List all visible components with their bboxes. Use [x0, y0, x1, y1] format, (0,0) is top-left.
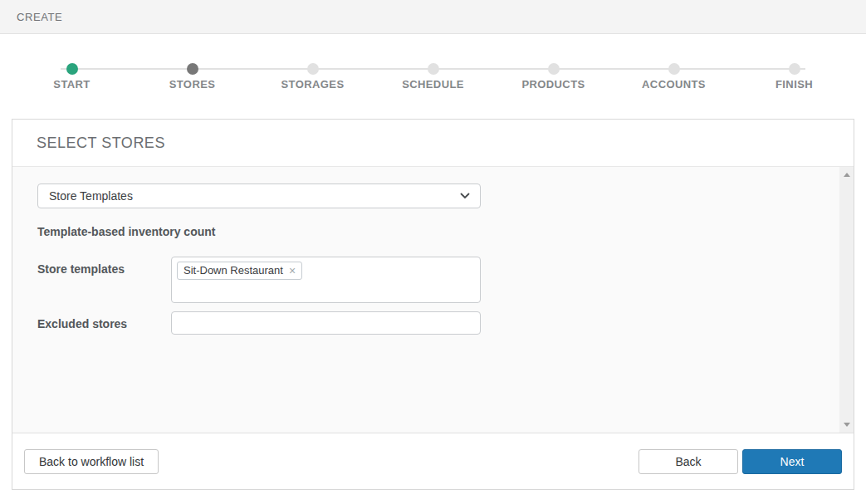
chip-remove-icon[interactable]: ×: [289, 265, 296, 276]
select-value: Store Templates: [49, 189, 133, 203]
step-dot-pending-icon: [789, 63, 800, 75]
step-label: PRODUCTS: [521, 78, 585, 91]
store-templates-row: Store templates Sit-Down Restaurant ×: [37, 257, 815, 303]
step-start[interactable]: START: [12, 63, 132, 91]
back-to-workflow-list-button[interactable]: Back to workflow list: [24, 449, 159, 474]
scroll-down-icon[interactable]: [844, 423, 850, 427]
scrollbar[interactable]: [839, 167, 854, 433]
store-templates-label: Store templates: [37, 257, 171, 303]
step-dot-pending-icon: [307, 63, 319, 75]
step-label: STORAGES: [281, 78, 345, 91]
panel-header: SELECT STORES: [12, 120, 854, 167]
step-schedule[interactable]: SCHEDULE: [373, 63, 493, 91]
page-title: CREATE: [17, 11, 62, 23]
store-selection-mode-select[interactable]: Store Templates: [37, 183, 481, 208]
select-stores-panel: SELECT STORES Store Templates Template-b…: [12, 119, 854, 490]
excluded-stores-input[interactable]: [171, 311, 481, 335]
panel-title: SELECT STORES: [37, 135, 165, 152]
step-dot-pending-icon: [548, 63, 560, 75]
excluded-stores-row: Excluded stores: [37, 311, 815, 335]
step-dot-pending-icon: [668, 63, 680, 75]
chip-label: Sit-Down Restaurant: [183, 264, 283, 276]
step-label: ACCOUNTS: [642, 78, 706, 91]
scroll-up-icon[interactable]: [844, 173, 850, 177]
step-label: START: [53, 78, 90, 91]
step-dot-active-icon: [187, 63, 198, 75]
step-finish[interactable]: FINISH: [734, 63, 854, 91]
step-dot-completed-icon: [66, 63, 78, 75]
panel-body: Store Templates Template-based inventory…: [12, 167, 854, 433]
step-products[interactable]: PRODUCTS: [493, 63, 614, 91]
wizard-stepper: START STORES STORAGES SCHEDULE PRODUCTS …: [12, 34, 854, 119]
step-label: SCHEDULE: [402, 78, 464, 91]
section-heading: Template-based inventory count: [37, 225, 815, 238]
step-accounts[interactable]: ACCOUNTS: [614, 63, 734, 91]
step-label: FINISH: [775, 78, 813, 91]
store-template-chip: Sit-Down Restaurant ×: [177, 262, 302, 280]
step-label: STORES: [169, 78, 216, 91]
top-bar: CREATE: [0, 0, 866, 34]
store-templates-input[interactable]: Sit-Down Restaurant ×: [171, 257, 481, 303]
excluded-stores-label: Excluded stores: [37, 311, 171, 335]
panel-footer: Back to workflow list Back Next: [12, 433, 854, 489]
step-dot-pending-icon: [428, 63, 439, 75]
next-button[interactable]: Next: [742, 449, 842, 474]
step-storages[interactable]: STORAGES: [252, 63, 373, 91]
chevron-down-icon: [460, 193, 470, 199]
back-button[interactable]: Back: [638, 449, 738, 474]
step-stores[interactable]: STORES: [132, 63, 252, 91]
